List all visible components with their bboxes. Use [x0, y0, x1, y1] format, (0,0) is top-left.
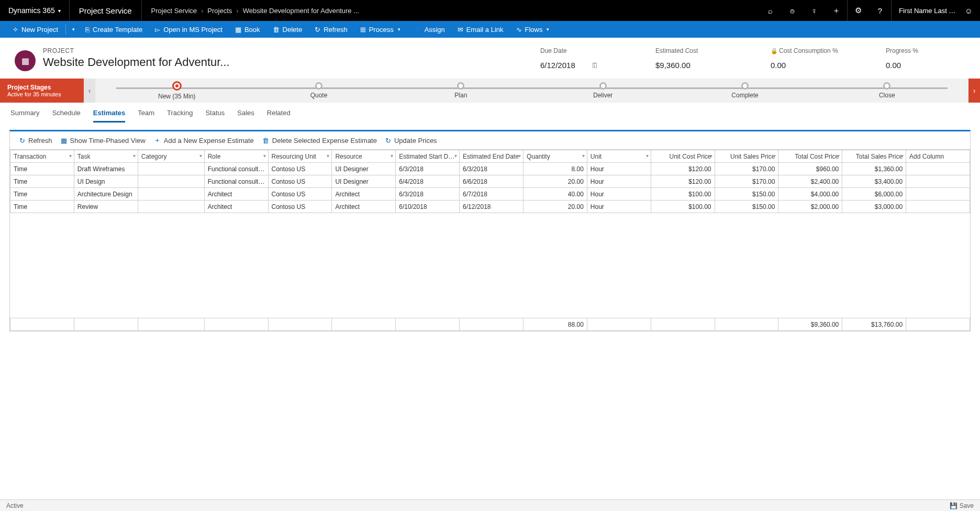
- create-template-button[interactable]: ⎘Create Template: [80, 21, 148, 38]
- cell-eed[interactable]: 6/7/2018: [460, 188, 524, 201]
- cell-qty[interactable]: 40.00: [523, 188, 587, 201]
- cell-cat[interactable]: [138, 201, 204, 213]
- cell-trans[interactable]: Time: [10, 188, 74, 201]
- cell-ucp[interactable]: $100.00: [651, 201, 715, 213]
- tab-schedule[interactable]: Schedule: [52, 109, 81, 123]
- cell-unit[interactable]: Hour: [587, 163, 651, 175]
- cell-ru[interactable]: Contoso US: [268, 201, 332, 213]
- cell-res[interactable]: UI Designer: [332, 163, 396, 175]
- cell-tsp[interactable]: $3,400.00: [842, 175, 906, 188]
- tab-sales[interactable]: Sales: [237, 109, 254, 123]
- new-project-dropdown[interactable]: ▾: [68, 21, 78, 38]
- table-row[interactable]: TimeUI DesignFunctional consultantContos…: [10, 175, 970, 188]
- delete-button[interactable]: 🗑Delete: [268, 21, 308, 38]
- col-unit-sales[interactable]: Unit Sales Price▾: [715, 150, 778, 163]
- col-est-start[interactable]: Estimated Start Date▾: [396, 150, 460, 163]
- tab-team[interactable]: Team: [138, 109, 154, 123]
- due-date-value[interactable]: 6/12/2018: [540, 61, 575, 70]
- user-menu[interactable]: First Name Last Na... ☺: [891, 0, 980, 21]
- email-link-button[interactable]: ✉Email a Link: [452, 21, 509, 38]
- cell-eed[interactable]: 6/6/2018: [460, 175, 524, 188]
- cell-tcp[interactable]: $960.00: [778, 163, 842, 175]
- stage-close[interactable]: Close: [816, 82, 958, 99]
- cell-task[interactable]: UI Design: [74, 175, 138, 188]
- cell-tsp[interactable]: $3,000.00: [842, 201, 906, 213]
- refresh-button[interactable]: ↻Refresh: [309, 21, 353, 38]
- cell-role[interactable]: Architect: [204, 188, 268, 201]
- help-icon[interactable]: ?: [869, 0, 891, 21]
- cell-cat[interactable]: [138, 175, 204, 188]
- cell-trans[interactable]: Time: [10, 175, 74, 188]
- tab-estimates[interactable]: Estimates: [93, 109, 125, 123]
- stage-prev-button[interactable]: ‹: [84, 79, 95, 103]
- stage-deliver[interactable]: Deliver: [532, 82, 674, 99]
- lightbulb-icon[interactable]: ♀: [803, 0, 825, 21]
- panel-refresh-button[interactable]: ↻Refresh: [19, 137, 52, 145]
- cell-esd[interactable]: 6/3/2018: [396, 163, 460, 175]
- cell-ucp[interactable]: $120.00: [651, 175, 715, 188]
- cell-esd[interactable]: 6/10/2018: [396, 201, 460, 213]
- breadcrumb-item[interactable]: Project Service: [151, 7, 197, 15]
- update-prices-button[interactable]: ↻Update Prices: [385, 137, 437, 145]
- col-quantity[interactable]: Quantity▾: [523, 150, 587, 163]
- cell-usp[interactable]: $170.00: [715, 163, 778, 175]
- add-icon[interactable]: ＋: [825, 0, 847, 21]
- col-resourcing-unit[interactable]: Resourcing Unit▾: [268, 150, 332, 163]
- cell-task[interactable]: Review: [74, 201, 138, 213]
- cell-qty[interactable]: 8.00: [523, 163, 587, 175]
- cell-ru[interactable]: Contoso US: [268, 175, 332, 188]
- table-row[interactable]: TimeDraft WireframesFunctional consultan…: [10, 163, 970, 175]
- col-unit-cost[interactable]: Unit Cost Price▾: [651, 150, 715, 163]
- assign-button[interactable]: 👤Assign: [408, 21, 450, 38]
- stage-new[interactable]: New (35 Min): [106, 81, 248, 100]
- cell-esd[interactable]: 6/4/2018: [396, 175, 460, 188]
- add-expense-button[interactable]: ＋Add a New Expense Estimate: [154, 136, 254, 145]
- search-icon[interactable]: ⌕: [759, 0, 781, 21]
- calendar-icon[interactable]: 🗓: [591, 61, 598, 70]
- col-resource[interactable]: Resource▾: [332, 150, 396, 163]
- col-est-end[interactable]: Estimated End Date▾: [460, 150, 524, 163]
- cell-tcp[interactable]: $2,000.00: [778, 201, 842, 213]
- cell-usp[interactable]: $150.00: [715, 188, 778, 201]
- col-transaction[interactable]: Transaction▾: [10, 150, 74, 163]
- cell-role[interactable]: Functional consultant: [204, 163, 268, 175]
- new-project-button[interactable]: ✧New Project: [7, 21, 63, 38]
- cell-ru[interactable]: Contoso US: [268, 188, 332, 201]
- tab-tracking[interactable]: Tracking: [167, 109, 193, 123]
- brand-menu[interactable]: Dynamics 365 ▾: [0, 0, 70, 21]
- col-category[interactable]: Category▾: [138, 150, 204, 163]
- task-flow-icon[interactable]: ⌾: [781, 0, 803, 21]
- cell-tsp[interactable]: $1,360.00: [842, 163, 906, 175]
- cell-role[interactable]: Architect: [204, 201, 268, 213]
- cell-unit[interactable]: Hour: [587, 175, 651, 188]
- cell-task[interactable]: Draft Wireframes: [74, 163, 138, 175]
- cell-unit[interactable]: Hour: [587, 201, 651, 213]
- flows-button[interactable]: ∿Flows▾: [511, 21, 555, 38]
- cell-eed[interactable]: 6/12/2018: [460, 201, 524, 213]
- cell-tsp[interactable]: $6,000.00: [842, 188, 906, 201]
- gear-icon[interactable]: ⚙: [847, 0, 869, 21]
- stage-quote[interactable]: Quote: [248, 82, 389, 99]
- cell-ucp[interactable]: $120.00: [651, 163, 715, 175]
- tab-summary[interactable]: Summary: [10, 109, 40, 123]
- cell-cat[interactable]: [138, 163, 204, 175]
- open-msproject-button[interactable]: ▻Open in MS Project: [150, 21, 228, 38]
- time-phased-view-button[interactable]: ▦Show Time-Phased View: [61, 137, 146, 145]
- col-add-column[interactable]: Add Column: [906, 150, 970, 163]
- cell-tcp[interactable]: $2,400.00: [778, 175, 842, 188]
- col-total-cost[interactable]: Total Cost Price▾: [778, 150, 842, 163]
- cell-usp[interactable]: $170.00: [715, 175, 778, 188]
- cell-ucp[interactable]: $100.00: [651, 188, 715, 201]
- col-role[interactable]: Role▾: [204, 150, 268, 163]
- cell-tcp[interactable]: $4,000.00: [778, 188, 842, 201]
- cell-unit[interactable]: Hour: [587, 188, 651, 201]
- cell-cat[interactable]: [138, 188, 204, 201]
- process-label[interactable]: Project Stages Active for 35 minutes: [0, 79, 84, 103]
- breadcrumb-item[interactable]: Website Development for Adventure ...: [243, 7, 359, 15]
- stage-plan[interactable]: Plan: [390, 82, 532, 99]
- cell-task[interactable]: Architecture Design: [74, 188, 138, 201]
- table-row[interactable]: TimeReviewArchitectContoso USArchitect6/…: [10, 201, 970, 213]
- cell-role[interactable]: Functional consultant: [204, 175, 268, 188]
- cell-ru[interactable]: Contoso US: [268, 163, 332, 175]
- process-button[interactable]: ⊞Process▾: [355, 21, 406, 38]
